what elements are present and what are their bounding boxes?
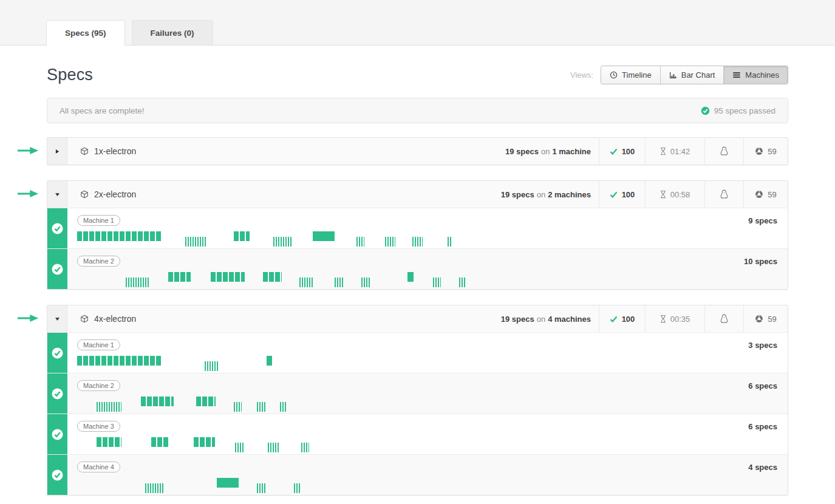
machine-row: Machine 26 specs — [47, 373, 788, 414]
machines-count: 1 machine — [552, 147, 591, 156]
spec-bar-segment[interactable] — [234, 231, 250, 241]
spec-bar-segment[interactable] — [257, 402, 266, 412]
spec-bar-segment[interactable] — [294, 483, 301, 493]
group-header-2x-electron[interactable]: 2x-electron19 specson2 machines10000:585… — [47, 181, 788, 208]
machine-status-column — [47, 455, 67, 495]
caret-down-icon — [55, 317, 60, 321]
spec-bar-segment[interactable] — [356, 237, 364, 247]
spec-bar-segment[interactable] — [313, 231, 335, 241]
green-check-icon — [610, 148, 618, 155]
machines-count: 2 machines — [548, 190, 591, 199]
spec-bar-segment[interactable] — [168, 272, 191, 282]
browser-version: 59 — [768, 315, 776, 324]
passed-count-cell: 100 — [599, 138, 645, 165]
hourglass-icon — [660, 315, 666, 323]
group-header-4x-electron[interactable]: 4x-electron19 specson4 machines10000:355… — [47, 305, 788, 332]
specs-count: 19 specs — [501, 315, 534, 324]
group-header-1x-electron[interactable]: 1x-electron19 specson1 machine10001:4259 — [47, 138, 788, 165]
spec-bar-segment[interactable] — [280, 402, 287, 412]
spec-bar-segment[interactable] — [433, 278, 441, 287]
spec-bar-segment[interactable] — [448, 237, 452, 247]
group-specs-summary: 19 specson1 machine — [505, 138, 599, 165]
spec-bar-segment[interactable] — [211, 272, 245, 282]
cube-icon — [80, 315, 89, 323]
os-cell — [704, 138, 743, 165]
spec-bar-segment[interactable] — [361, 278, 370, 287]
browser-version: 59 — [768, 147, 776, 156]
spec-bar-segment[interactable] — [257, 483, 267, 493]
group-panel-2x-electron: 2x-electron19 specson2 machines10000:585… — [47, 180, 788, 290]
views-label: Views: — [570, 70, 593, 80]
linux-penguin-icon — [720, 189, 728, 199]
group-name-label: 4x-electron — [94, 314, 136, 324]
spec-bar-segment[interactable] — [335, 278, 344, 287]
spec-bar-segment[interactable] — [185, 237, 206, 247]
spec-bar-segment[interactable] — [263, 272, 282, 282]
spec-bar-segment[interactable] — [141, 397, 174, 406]
spec-bar-segment[interactable] — [97, 437, 121, 447]
machine-label-pill[interactable]: Machine 1 — [77, 215, 120, 226]
spec-bar-segment[interactable] — [151, 437, 168, 447]
spec-bar-segment[interactable] — [77, 231, 162, 241]
browser-version: 59 — [768, 190, 776, 199]
machine-status-column — [47, 414, 67, 454]
tab-specs[interactable]: Specs (95) — [46, 20, 125, 46]
spec-bar-segment[interactable] — [194, 437, 215, 447]
spec-bar-segment[interactable] — [273, 237, 291, 247]
spec-bar-segment[interactable] — [407, 272, 414, 282]
view-button-machines[interactable]: Machines — [723, 66, 788, 84]
group-name: 2x-electron — [67, 181, 136, 208]
machine-body: Machine 210 specs — [67, 249, 788, 289]
spec-bar-segment[interactable] — [301, 443, 309, 452]
check-circle-icon — [701, 106, 710, 115]
spec-bar-segment[interactable] — [412, 237, 423, 247]
expand-toggle[interactable] — [47, 305, 67, 332]
spec-bar-segment[interactable] — [299, 278, 314, 287]
group-name-label: 1x-electron — [94, 146, 136, 156]
white-check-circle-icon — [52, 223, 63, 234]
browser-cell: 59 — [743, 305, 788, 332]
caret-down-icon — [55, 192, 60, 197]
machine-row: Machine 210 specs — [47, 248, 788, 289]
expand-toggle[interactable] — [47, 181, 67, 208]
machines-count: 4 machines — [548, 315, 591, 324]
group-specs-summary: 19 specson4 machines — [501, 305, 599, 332]
spec-bar-segment[interactable] — [205, 361, 218, 371]
white-check-circle-icon — [52, 469, 63, 481]
spec-bar-segment[interactable] — [217, 478, 239, 488]
view-button-bar-chart[interactable]: Bar Chart — [660, 66, 724, 84]
spec-bar-segment[interactable] — [235, 443, 245, 452]
duration-cell: 01:42 — [645, 138, 704, 165]
machine-label-pill[interactable]: Machine 3 — [77, 421, 120, 432]
spec-bar-segment[interactable] — [234, 402, 242, 412]
green-check-icon — [610, 316, 618, 322]
views-switcher: Views: TimelineBar ChartMachines — [570, 66, 788, 84]
spec-timeline-bars — [77, 437, 778, 447]
spec-bar-segment[interactable] — [126, 278, 150, 287]
view-button-timeline[interactable]: Timeline — [601, 66, 660, 84]
spec-bar-segment[interactable] — [267, 356, 272, 366]
machine-label-pill[interactable]: Machine 2 — [77, 380, 120, 391]
spec-bar-segment[interactable] — [459, 278, 466, 287]
machine-label-pill[interactable]: Machine 2 — [77, 256, 120, 267]
passed-count: 100 — [622, 190, 635, 199]
machine-label-pill[interactable]: Machine 4 — [77, 461, 120, 472]
on-word: on — [537, 315, 545, 324]
group-wrap-4x-electron: 4x-electron19 specson4 machines10000:355… — [47, 305, 788, 495]
expand-toggle[interactable] — [47, 138, 67, 165]
machine-label-pill[interactable]: Machine 1 — [77, 339, 120, 350]
machine-body: Machine 44 specs — [67, 455, 788, 495]
machine-row: Machine 36 specs — [47, 414, 788, 454]
machine-status-column — [47, 373, 67, 414]
hourglass-icon — [660, 147, 666, 155]
tab-failures[interactable]: Failures (0) — [132, 20, 213, 45]
green-check-icon — [610, 191, 618, 198]
group-panel-4x-electron: 4x-electron19 specson4 machines10000:355… — [47, 305, 788, 495]
group-name: 4x-electron — [67, 305, 136, 332]
spec-bar-segment[interactable] — [77, 356, 162, 366]
spec-bar-segment[interactable] — [196, 397, 216, 406]
spec-bar-segment[interactable] — [145, 483, 165, 493]
spec-bar-segment[interactable] — [268, 443, 279, 452]
spec-bar-segment[interactable] — [97, 402, 121, 412]
spec-bar-segment[interactable] — [385, 237, 395, 247]
